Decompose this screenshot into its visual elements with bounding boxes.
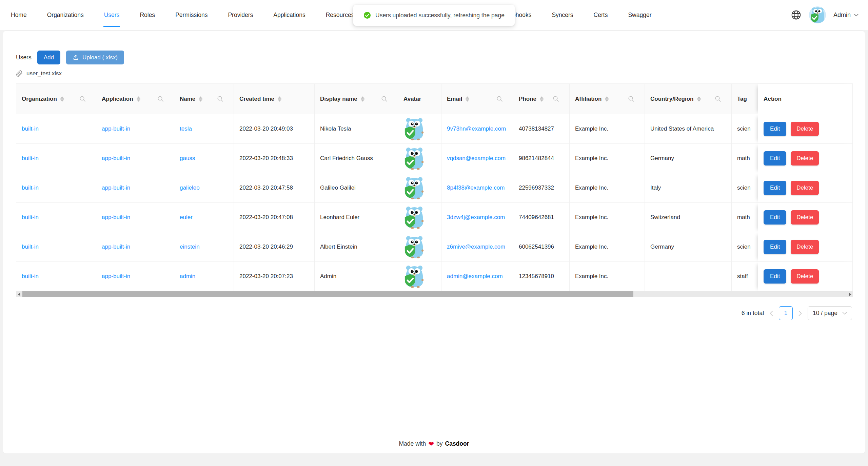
organization-link[interactable]: built-in — [22, 155, 39, 161]
search-icon[interactable] — [715, 96, 721, 102]
delete-button[interactable]: Delete — [791, 181, 819, 195]
column-header-organization[interactable]: Organization — [16, 84, 96, 114]
email-link[interactable]: z6mive@example.com — [447, 244, 505, 250]
delete-button[interactable]: Delete — [791, 210, 819, 225]
add-user-button[interactable]: Add — [37, 51, 60, 64]
nav-item-certs[interactable]: Certs — [584, 0, 618, 30]
user-name-link[interactable]: galieleo — [180, 185, 200, 191]
organization-link[interactable]: built-in — [22, 125, 39, 132]
nav-item-providers[interactable]: Providers — [218, 0, 263, 30]
delete-button[interactable]: Delete — [791, 122, 819, 136]
search-icon[interactable] — [496, 96, 503, 102]
upload-icon — [73, 54, 79, 61]
delete-button[interactable]: Delete — [791, 151, 819, 166]
column-header-display_name[interactable]: Display name — [315, 84, 398, 114]
sort-icon[interactable] — [540, 96, 544, 102]
language-globe-icon[interactable] — [791, 9, 802, 20]
sort-icon[interactable] — [361, 96, 364, 102]
horizontal-scrollbar[interactable] — [16, 291, 853, 297]
search-icon[interactable] — [79, 96, 86, 102]
organization-link[interactable]: built-in — [22, 185, 39, 191]
page-title: Users — [16, 54, 32, 61]
organization-link[interactable]: built-in — [22, 214, 39, 220]
next-page-button[interactable] — [798, 310, 803, 316]
sort-icon[interactable] — [60, 96, 64, 102]
table-row: built-in app-built-in gauss 2022-03-20 2… — [16, 144, 852, 173]
nav-item-permissions[interactable]: Permissions — [165, 0, 218, 30]
edit-button[interactable]: Edit — [764, 181, 786, 195]
edit-button[interactable]: Edit — [764, 269, 786, 284]
nav-item-organizations[interactable]: Organizations — [37, 0, 94, 30]
column-header-affiliation[interactable]: Affiliation — [570, 84, 645, 114]
email-link[interactable]: 9v73hn@example.com — [447, 125, 506, 132]
user-name-link[interactable]: euler — [180, 214, 193, 220]
email-link[interactable]: 8p4f38@example.com — [447, 185, 505, 191]
avatar[interactable] — [809, 6, 826, 23]
prev-page-button[interactable] — [769, 310, 774, 316]
application-link[interactable]: app-built-in — [102, 244, 130, 250]
sort-icon[interactable] — [137, 96, 140, 102]
column-header-phone[interactable]: Phone — [513, 84, 570, 114]
email-link[interactable]: vqdsan@example.com — [447, 155, 506, 161]
page-size-select[interactable]: 10 / page — [808, 306, 852, 320]
column-label: Display name — [320, 96, 357, 102]
organization-link[interactable]: built-in — [22, 273, 39, 279]
column-header-email[interactable]: Email — [441, 84, 513, 114]
column-header-created_time[interactable]: Created time — [234, 84, 315, 114]
scrollbar-right-arrow[interactable] — [849, 293, 851, 296]
sort-icon[interactable] — [278, 96, 281, 102]
sort-icon[interactable] — [605, 96, 609, 102]
search-icon[interactable] — [157, 96, 164, 102]
user-name-link[interactable]: tesla — [180, 125, 192, 132]
uploaded-file-link[interactable]: user_test.xlsx — [16, 70, 62, 77]
email-link[interactable]: 3dzw4j@example.com — [447, 214, 505, 220]
nav-item-home[interactable]: Home — [1, 0, 37, 30]
nav-item-users[interactable]: Users — [94, 0, 130, 30]
search-icon[interactable] — [381, 96, 388, 102]
organization-link[interactable]: built-in — [22, 244, 39, 250]
column-label: Application — [102, 96, 133, 102]
sort-icon[interactable] — [466, 96, 469, 102]
column-header-country_region[interactable]: Country/Region — [645, 84, 732, 114]
edit-button[interactable]: Edit — [764, 240, 786, 254]
display-name-cell: Nikola Tesla — [315, 114, 398, 144]
application-link[interactable]: app-built-in — [102, 273, 130, 279]
column-label: Avatar — [403, 96, 421, 102]
scrollbar-left-arrow[interactable] — [18, 293, 20, 296]
column-header-application[interactable]: Application — [96, 84, 174, 114]
sort-icon[interactable] — [199, 96, 202, 102]
user-name-link[interactable]: admin — [180, 273, 195, 279]
application-link[interactable]: app-built-in — [102, 185, 130, 191]
page-number-button[interactable]: 1 — [779, 306, 793, 320]
search-icon[interactable] — [217, 96, 223, 102]
delete-button[interactable]: Delete — [791, 240, 819, 254]
phone-cell: 60062541396 — [513, 232, 570, 262]
sort-icon[interactable] — [697, 96, 701, 102]
search-icon[interactable] — [553, 96, 559, 102]
casdoor-brand-link[interactable]: Casdoor — [445, 440, 469, 447]
delete-button[interactable]: Delete — [791, 269, 819, 284]
edit-button[interactable]: Edit — [764, 151, 786, 166]
search-icon[interactable] — [628, 96, 634, 102]
application-link[interactable]: app-built-in — [102, 214, 130, 220]
scrollbar-thumb[interactable] — [22, 291, 633, 297]
column-header-name[interactable]: Name — [174, 84, 234, 114]
tag-cell: scien — [732, 173, 758, 203]
user-name-link[interactable]: einstein — [180, 244, 200, 250]
user-name-link[interactable]: gauss — [180, 155, 195, 161]
action-cell: Edit Delete — [758, 173, 852, 203]
application-link[interactable]: app-built-in — [102, 155, 130, 161]
nav-item-swagger[interactable]: Swagger — [618, 0, 662, 30]
phone-cell: 12345678910 — [513, 262, 570, 291]
nav-item-roles[interactable]: Roles — [130, 0, 165, 30]
edit-button[interactable]: Edit — [764, 122, 786, 136]
table-row: built-in app-built-in tesla 2022-03-20 2… — [16, 114, 852, 144]
user-menu[interactable]: Admin — [833, 12, 859, 19]
email-link[interactable]: admin@example.com — [447, 273, 503, 279]
nav-item-applications[interactable]: Applications — [263, 0, 315, 30]
edit-button[interactable]: Edit — [764, 210, 786, 225]
application-link[interactable]: app-built-in — [102, 125, 130, 132]
organization-cell: built-in — [16, 262, 96, 291]
upload-xlsx-button[interactable]: Upload (.xlsx) — [66, 51, 124, 64]
nav-item-syncers[interactable]: Syncers — [541, 0, 583, 30]
